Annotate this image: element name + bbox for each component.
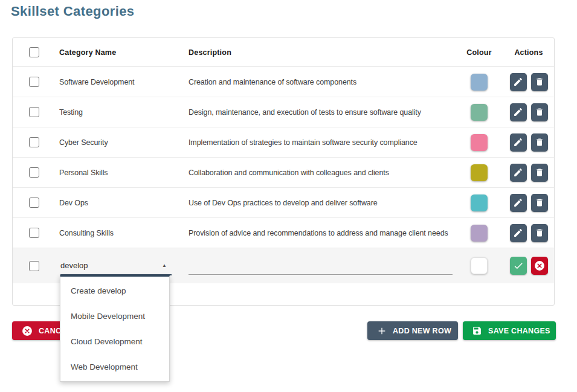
category-name-header: Category Name: [59, 48, 116, 57]
trash-icon: [535, 228, 544, 238]
category-name-select[interactable]: develop ▲: [60, 256, 172, 275]
caret-up-icon: ▲: [162, 263, 172, 268]
colour-swatch-picker[interactable]: [471, 257, 488, 274]
dropdown-option-cloud[interactable]: Cloud Development: [60, 329, 169, 355]
dropdown-option-mobile[interactable]: Mobile Development: [60, 303, 169, 329]
description-cell: Creation and maintenance of software com…: [189, 78, 356, 86]
row-checkbox[interactable]: [29, 261, 39, 271]
add-new-row-button[interactable]: ADD NEW ROW: [367, 321, 458, 340]
trash-icon: [535, 77, 544, 87]
row-checkbox[interactable]: [29, 167, 39, 178]
confirm-row-button[interactable]: [510, 257, 527, 275]
description-cell: Implementation of strategies to maintain…: [189, 138, 417, 147]
circle-x-icon: [533, 260, 546, 272]
colour-swatch: [471, 134, 488, 151]
edit-button[interactable]: [510, 194, 527, 212]
add-new-row-label: ADD NEW ROW: [393, 327, 451, 335]
edit-button[interactable]: [510, 224, 527, 242]
description-input[interactable]: [189, 257, 453, 275]
description-cell: Provision of advice and recommendations …: [189, 229, 448, 237]
edit-button[interactable]: [510, 103, 527, 121]
categories-table: Category Name Description Colour Actions…: [12, 37, 555, 306]
pencil-icon: [513, 198, 523, 208]
actions-header: Actions: [514, 48, 543, 57]
trash-icon: [535, 198, 544, 208]
row-checkbox[interactable]: [29, 107, 39, 117]
circle-x-icon: [21, 325, 33, 337]
row-checkbox[interactable]: [29, 198, 39, 208]
category-name-cell: Dev Ops: [59, 199, 88, 207]
dropdown-option-web[interactable]: Web Development: [60, 355, 169, 380]
edit-button[interactable]: [510, 164, 527, 182]
description-cell: Use of Dev Ops practices to develop and …: [189, 199, 378, 207]
page-title: Skillset Categories: [11, 4, 134, 19]
colour-swatch: [471, 74, 488, 91]
save-changes-label: SAVE CHANGES: [488, 327, 550, 335]
category-name-cell: Personal Skills: [59, 169, 108, 177]
edit-button[interactable]: [510, 133, 527, 152]
colour-swatch: [471, 104, 488, 121]
save-changes-button[interactable]: SAVE CHANGES: [463, 321, 556, 340]
delete-button[interactable]: [531, 164, 548, 182]
pencil-icon: [513, 107, 523, 117]
edit-button[interactable]: [510, 73, 527, 91]
delete-button[interactable]: [531, 194, 548, 212]
category-dropdown-menu: Create develop Mobile Development Cloud …: [60, 275, 170, 382]
colour-swatch: [471, 164, 488, 181]
table-row: Dev Ops Use of Dev Ops practices to deve…: [13, 188, 554, 218]
plus-icon: [377, 326, 387, 336]
delete-button[interactable]: [531, 103, 548, 121]
trash-icon: [535, 137, 544, 147]
colour-swatch: [471, 194, 488, 211]
table-row: Testing Design, maintenance, and executi…: [13, 97, 554, 127]
dropdown-option-create[interactable]: Create develop: [60, 278, 169, 303]
table-row: Software Development Creation and mainte…: [13, 67, 554, 97]
colour-swatch: [471, 225, 488, 242]
check-icon: [513, 260, 524, 271]
trash-icon: [535, 107, 544, 117]
discard-row-button[interactable]: [531, 257, 548, 275]
category-name-cell: Software Development: [59, 78, 134, 86]
pencil-icon: [513, 167, 523, 178]
select-all-checkbox[interactable]: [29, 47, 39, 57]
category-name-select-value: develop: [60, 261, 88, 270]
description-cell: Collaboration and communication with col…: [189, 169, 389, 177]
colour-header: Colour: [466, 48, 491, 57]
table-row: Personal Skills Collaboration and commun…: [13, 158, 554, 188]
description-cell: Design, maintenance, and execution of te…: [189, 108, 421, 117]
trash-icon: [535, 167, 544, 178]
delete-button[interactable]: [531, 73, 548, 91]
pencil-icon: [513, 137, 523, 147]
category-name-cell: Consulting Skills: [59, 229, 114, 237]
row-checkbox[interactable]: [29, 77, 39, 87]
description-header: Description: [189, 48, 231, 57]
delete-button[interactable]: [531, 224, 548, 242]
category-name-cell: Cyber Security: [59, 138, 108, 147]
table-row: Cyber Security Implementation of strateg…: [13, 127, 554, 158]
skillset-categories-page: Skillset Categories Category Name Descri…: [0, 0, 577, 392]
row-checkbox[interactable]: [29, 137, 39, 147]
save-icon: [472, 326, 482, 336]
delete-button[interactable]: [531, 133, 548, 152]
pencil-icon: [513, 77, 523, 87]
pencil-icon: [513, 228, 523, 238]
category-name-cell: Testing: [59, 108, 83, 117]
table-header-row: Category Name Description Colour Actions: [13, 38, 554, 67]
row-checkbox[interactable]: [29, 228, 39, 238]
table-row: Consulting Skills Provision of advice an…: [13, 218, 554, 248]
